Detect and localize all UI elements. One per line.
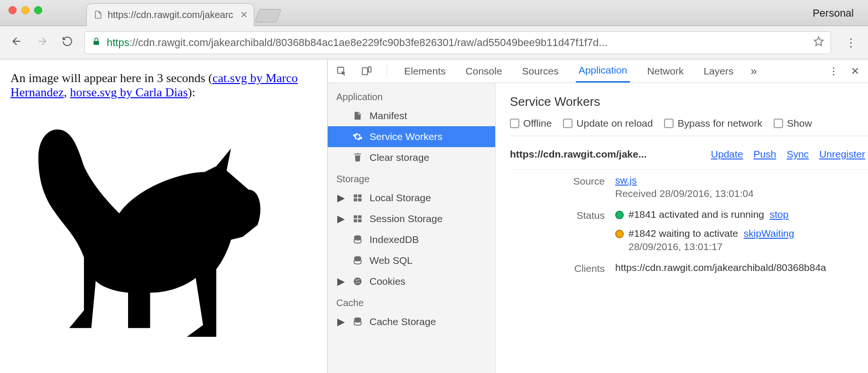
reload-button[interactable] <box>60 34 75 51</box>
sidebar-item-cookies[interactable]: ▶Cookies <box>328 271 495 292</box>
forward-button[interactable] <box>34 33 50 52</box>
panel-title: Service Workers <box>510 94 868 109</box>
sidebar-item-local-storage[interactable]: ▶Local Storage <box>328 187 495 208</box>
svg-rect-12 <box>358 219 361 222</box>
svg-rect-11 <box>354 219 357 222</box>
sw-clients-label: Clients <box>510 262 605 274</box>
sw-source-received: Received 28/09/2016, 13:01:04 <box>615 186 868 199</box>
browser-toolbar: https://cdn.rawgit.com/jakearchibald/803… <box>0 26 868 59</box>
svg-rect-8 <box>358 198 361 201</box>
sw-clients-value: https://cdn.rawgit.com/jakearchibald/803… <box>615 262 868 274</box>
sw-update-on-reload-checkbox[interactable]: Update on reload <box>563 118 653 129</box>
svg-rect-3 <box>362 67 368 75</box>
sidebar-group-title: Application <box>328 86 495 105</box>
devtools-tabbar: Elements Console Sources Application Net… <box>328 59 868 83</box>
sidebar-item-clear-storage[interactable]: Clear storage <box>328 147 495 168</box>
svg-rect-4 <box>369 66 371 72</box>
sidebar-item-cache-storage[interactable]: ▶Cache Storage <box>328 311 495 332</box>
svg-point-16 <box>356 280 357 280</box>
svg-rect-6 <box>358 195 361 197</box>
sw-offline-checkbox[interactable]: Offline <box>510 118 552 129</box>
close-tab-icon[interactable]: ✕ <box>240 9 248 20</box>
browser-tab[interactable]: https://cdn.rawgit.com/jakearc ✕ <box>86 3 254 26</box>
link-horse-svg[interactable]: horse.svg by Carla Dias <box>70 85 188 99</box>
sw-stop-link[interactable]: stop <box>770 209 789 220</box>
sw-bypass-checkbox[interactable]: Bypass for network <box>664 118 762 129</box>
sw-sync-link[interactable]: Sync <box>786 149 809 160</box>
inspect-element-icon[interactable] <box>336 66 347 76</box>
sw-show-all-checkbox[interactable]: Show <box>774 118 812 129</box>
file-icon <box>93 10 103 19</box>
back-button[interactable] <box>9 33 25 52</box>
devtools-tab-network[interactable]: Network <box>644 59 686 83</box>
sidebar-item-indexeddb[interactable]: IndexedDB <box>328 229 495 250</box>
lock-icon <box>92 37 101 49</box>
sidebar-item-label: Manifest <box>369 110 407 121</box>
sidebar-item-label: Cache Storage <box>369 316 436 327</box>
sidebar-group-title: Storage <box>328 168 495 187</box>
devtools-tab-layers[interactable]: Layers <box>701 59 736 83</box>
svg-point-17 <box>358 279 359 280</box>
browser-menu-button[interactable]: ⋮ <box>840 36 861 49</box>
sidebar-item-label: Local Storage <box>369 192 431 204</box>
devtools-menu-icon[interactable]: ⋮ <box>829 65 839 77</box>
window-titlebar: https://cdn.rawgit.com/jakearc ✕ Persona… <box>0 0 868 26</box>
sidebar-item-web-sql[interactable]: Web SQL <box>328 250 495 271</box>
sidebar-item-label: IndexedDB <box>369 234 419 245</box>
minimize-window-button[interactable] <box>21 6 29 14</box>
device-toolbar-icon[interactable] <box>361 66 372 76</box>
sidebar-item-manifest[interactable]: Manifest <box>328 105 495 126</box>
service-workers-panel: Service Workers Offline Update on reload… <box>496 83 868 373</box>
sw-scope-text: https://cdn.rawgit.com/jake... <box>510 149 646 160</box>
cat-image <box>10 103 317 344</box>
window-controls <box>0 6 51 20</box>
status-dot-green-icon <box>615 211 624 219</box>
page-intro-text: An image will appear here in 3 seconds (… <box>10 71 317 100</box>
sw-unregister-link[interactable]: Unregister <box>819 149 865 160</box>
sw-update-link[interactable]: Update <box>711 149 743 160</box>
devtools-sidebar: ApplicationManifestService WorkersClear … <box>328 83 496 373</box>
devtools-tab-sources[interactable]: Sources <box>519 59 562 83</box>
browser-tab-title: https://cdn.rawgit.com/jakearc <box>108 9 233 20</box>
sw-skipwaiting-link[interactable]: skipWaiting <box>744 228 794 239</box>
svg-point-19 <box>359 282 360 283</box>
sw-toolbar: Offline Update on reload Bypass for netw… <box>510 118 868 136</box>
address-bar[interactable]: https://cdn.rawgit.com/jakearchibald/803… <box>84 31 831 54</box>
svg-marker-1 <box>814 37 823 45</box>
devtools-tab-elements[interactable]: Elements <box>401 59 449 83</box>
url-text: https://cdn.rawgit.com/jakearchibald/803… <box>107 37 608 49</box>
sw-status-active: #1841 activated and is running stop <box>615 209 868 220</box>
svg-point-15 <box>354 278 362 286</box>
maximize-window-button[interactable] <box>34 6 42 14</box>
status-dot-orange-icon <box>615 230 624 238</box>
sw-status-label: Status <box>510 209 605 252</box>
close-devtools-icon[interactable]: ✕ <box>851 65 859 77</box>
sw-source-link[interactable]: sw.js <box>615 175 637 186</box>
sidebar-group-title: Cache <box>328 292 495 311</box>
sidebar-item-label: Web SQL <box>369 255 413 266</box>
sw-source-label: Source <box>510 175 605 199</box>
page-content: An image will appear here in 3 seconds (… <box>0 59 327 373</box>
sw-scope-row: https://cdn.rawgit.com/jake... Update Pu… <box>510 136 868 170</box>
sw-push-link[interactable]: Push <box>754 149 776 160</box>
close-window-button[interactable] <box>9 6 17 14</box>
svg-rect-10 <box>358 215 361 218</box>
more-tabs-icon[interactable]: » <box>750 65 757 78</box>
sidebar-item-session-storage[interactable]: ▶Session Storage <box>328 208 495 229</box>
devtools-tab-application[interactable]: Application <box>576 59 630 83</box>
svg-rect-7 <box>354 198 357 201</box>
bookmark-star-icon[interactable] <box>813 36 824 49</box>
sidebar-item-label: Session Storage <box>369 213 443 224</box>
svg-rect-9 <box>354 215 357 218</box>
devtools-tab-console[interactable]: Console <box>463 59 505 83</box>
svg-rect-0 <box>93 41 99 45</box>
sidebar-item-label: Cookies <box>369 276 406 287</box>
svg-point-18 <box>356 282 357 283</box>
sidebar-item-label: Service Workers <box>369 131 443 142</box>
new-tab-button[interactable] <box>254 9 281 22</box>
profile-label[interactable]: Personal <box>813 7 854 19</box>
sidebar-item-label: Clear storage <box>369 152 429 163</box>
svg-rect-5 <box>354 195 357 197</box>
sw-status-waiting-time: 28/09/2016, 13:01:17 <box>615 239 868 252</box>
sidebar-item-service-workers[interactable]: Service Workers <box>328 126 495 147</box>
